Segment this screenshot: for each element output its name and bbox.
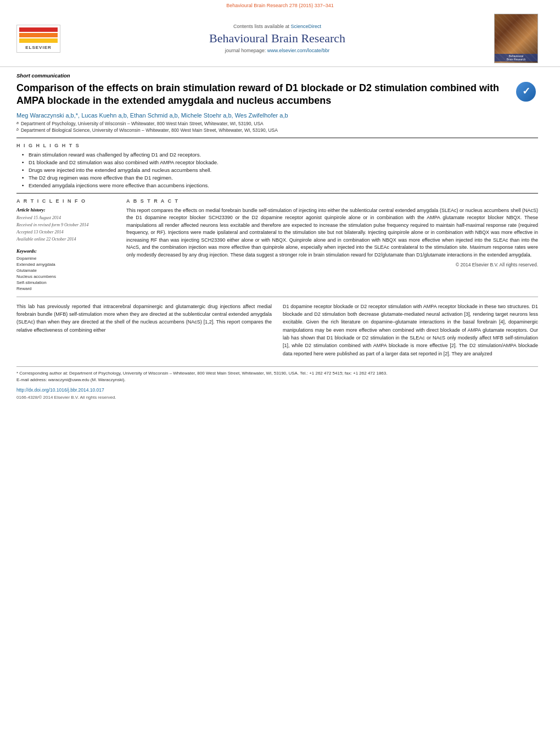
list-item: D1 blockade and D2 stimulation was also … (22, 159, 538, 165)
divider-2 (16, 193, 538, 194)
article-type-label: Short communication (16, 72, 538, 79)
sciencedirect-text: Contents lists available at ScienceDirec… (66, 24, 489, 29)
journal-homepage: journal homepage: www.elsevier.com/locat… (66, 48, 489, 53)
highlights-list: Brain stimulation reward was challenged … (22, 152, 538, 188)
page: Behavioural Brain Research 278 (2015) 33… (0, 0, 560, 742)
affiliation-b: b Department of Biological Science, Univ… (16, 127, 538, 133)
list-item: Extended amygdala injections were more e… (22, 182, 538, 188)
affiliation-a-sup: a (16, 121, 19, 126)
list-item: Drugs were injected into the extended am… (22, 167, 538, 173)
received-date: Received 15 August 2014 (16, 215, 115, 221)
keywords-label: Keywords: (16, 248, 115, 254)
doi-link[interactable]: http://dx.doi.org/10.1016/j.bbr.2014.10.… (16, 387, 104, 393)
online-date: Available online 22 October 2014 (16, 236, 115, 242)
keyword-item: Nucleus accumbens (16, 274, 115, 279)
article-info-label: A R T I C L E I N F O (16, 198, 115, 204)
issn-info: 0166-4328/© 2014 Elsevier B.V. All right… (16, 395, 538, 400)
body-paragraph: This lab has previously reported that in… (16, 303, 272, 334)
accepted-date: Accepted 13 October 2014 (16, 229, 115, 235)
body-col-1: This lab has previously reported that in… (16, 303, 272, 361)
crossmark-badge[interactable]: ✓ (516, 82, 538, 104)
affiliation-b-text: Department of Biological Science, Univer… (21, 127, 278, 133)
journal-bar-citation: Behavioural Brain Research 278 (2015) 33… (226, 3, 334, 8)
homepage-link[interactable]: www.elsevier.com/locate/bbr (267, 48, 330, 53)
body-paragraph: D1 dopamine receptor blockade or D2 rece… (283, 303, 538, 358)
footnotes-area: * Corresponding author at: Department of… (16, 366, 538, 400)
email-footnote: E-mail address: waraczyni@uww.edu (M. Wa… (16, 377, 538, 383)
divider-1 (16, 137, 538, 138)
body-col-2: D1 dopamine receptor blockade or D2 rece… (283, 303, 538, 361)
list-item: Brain stimulation reward was challenged … (22, 152, 538, 158)
highlights-section: H I G H L I G H T S Brain stimulation re… (16, 143, 538, 188)
info-abstract-cols: A R T I C L E I N F O Article history: R… (16, 198, 538, 292)
keyword-item: Self-stimulation (16, 280, 115, 285)
keyword-item: Dopamine (16, 256, 115, 261)
article-title: Comparison of the effects on brain stimu… (16, 82, 538, 108)
journal-bar: Behavioural Brain Research 278 (2015) 33… (0, 0, 560, 9)
main-content: Short communication Comparison of the ef… (0, 67, 560, 405)
revised-date: Received in revised form 9 October 2014 (16, 222, 115, 228)
elsevier-wordmark: ELSEVIER (19, 45, 58, 50)
sciencedirect-link[interactable]: ScienceDirect (291, 24, 322, 29)
elsevier-logo: ELSEVIER (16, 25, 60, 53)
keyword-item: Glutamate (16, 268, 115, 273)
corresponding-footnote: * Corresponding author at: Department of… (16, 370, 538, 377)
keyword-item: Reward (16, 286, 115, 291)
cover-label: BehaviouralBrain Research (495, 54, 537, 62)
doi-area: http://dx.doi.org/10.1016/j.bbr.2014.10.… (16, 387, 538, 393)
highlights-label: H I G H L I G H T S (16, 143, 538, 148)
header-center: Contents lists available at ScienceDirec… (66, 24, 489, 53)
abstract-copyright: © 2014 Elsevier B.V. All rights reserved… (126, 262, 538, 267)
affiliation-a-text: Department of Psychology, University of … (21, 121, 264, 126)
article-history-label: Article history: (16, 207, 115, 213)
journal-cover-image: BehaviouralBrain Research (494, 14, 538, 63)
crossmark-icon: ✓ (516, 82, 536, 102)
abstract-text: This report compares the effects on medi… (126, 207, 538, 259)
keyword-item: Extended amygdala (16, 262, 115, 267)
affiliation-a: a Department of Psychology, University o… (16, 121, 538, 126)
authors-list: Meg Waraczynski a,b,*, Lucas Kuehn a,b, … (16, 112, 538, 119)
list-item: The D2 drug regimen was more effective t… (22, 175, 538, 181)
body-columns: This lab has previously reported that in… (16, 303, 538, 361)
keywords-section: Keywords: Dopamine Extended amygdala Glu… (16, 248, 115, 291)
divider-3 (16, 297, 538, 297)
abstract-col: A B S T R A C T This report compares the… (126, 198, 538, 292)
header-section: ELSEVIER Contents lists available at Sci… (0, 9, 560, 67)
affiliation-b-sup: b (16, 127, 19, 133)
article-info-col: A R T I C L E I N F O Article history: R… (16, 198, 115, 292)
journal-title: Behavioural Brain Research (66, 31, 489, 46)
abstract-label: A B S T R A C T (126, 198, 538, 204)
